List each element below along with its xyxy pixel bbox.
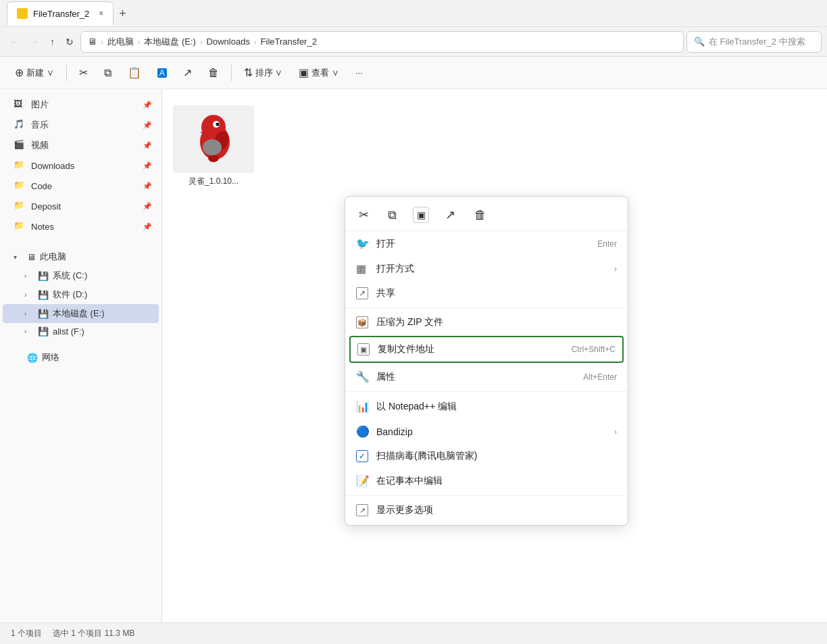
ctx-item-compress-zip[interactable]: 📦 压缩为 ZIP 文件: [345, 310, 628, 335]
ctx-notepadpp-label: 以 Notepad++ 编辑: [376, 401, 617, 413]
ctx-item-notepad[interactable]: 📝 在记事本中编辑: [345, 468, 628, 493]
search-icon: 🔍: [694, 36, 705, 47]
ctx-copy-path-label: 复制文件地址: [378, 343, 563, 355]
notes-icon: 📁: [14, 220, 26, 232]
ctx-item-more-options[interactable]: ↗ 显示更多选项: [345, 498, 628, 522]
local-e-label: 本地磁盘 (E:): [53, 307, 105, 320]
copy-icon: ⧉: [104, 67, 111, 79]
ctx-more-options-icon: ↗: [356, 504, 368, 516]
tab-close-button[interactable]: ×: [99, 9, 103, 18]
svg-point-4: [216, 123, 220, 126]
ctx-item-share[interactable]: ↗ 共享: [345, 281, 628, 305]
ctx-item-bandizip[interactable]: 🔵 Bandizip ›: [345, 419, 628, 444]
forward-button[interactable]: →: [26, 34, 43, 50]
ctx-more-options-label: 显示更多选项: [376, 504, 617, 516]
breadcrumb-4[interactable]: FileTransfer_2: [261, 36, 317, 47]
ctx-share-icon: ↗: [356, 287, 368, 299]
sidebar-item-label: Deposit: [31, 201, 61, 212]
this-pc-label: 此电脑: [40, 251, 66, 263]
ctx-properties-shortcut: Alt+Enter: [583, 372, 617, 382]
rename-icon: A: [157, 68, 167, 78]
sidebar-item-notes[interactable]: 📁 Notes 📌: [3, 216, 159, 237]
sort-icon: ⇅: [244, 66, 253, 79]
software-d-label: 软件 (D:): [53, 289, 87, 301]
sidebar-tree-software-d[interactable]: › 💾 软件 (D:): [3, 285, 159, 304]
breadcrumb-3[interactable]: Downloads: [207, 36, 250, 47]
address-box[interactable]: 🖥 › 此电脑 › 本地磁盘 (E:) › Downloads › FileTr…: [80, 31, 684, 53]
ctx-cut-button[interactable]: ✂: [356, 205, 372, 225]
local-e-icon: 💾: [38, 309, 49, 319]
ctx-delete-button[interactable]: 🗑: [472, 205, 489, 225]
sidebar-tree-alist-f[interactable]: › 💾 alist (F:): [3, 323, 159, 340]
sidebar-item-label: Code: [31, 181, 52, 191]
sidebar-item-label: 音乐: [31, 119, 49, 131]
ctx-share-label: 共享: [376, 287, 617, 299]
sidebar-tree-local-e[interactable]: › 💾 本地磁盘 (E:): [3, 304, 159, 323]
tab-folder-icon: [17, 8, 28, 19]
active-tab[interactable]: FileTransfer_2 ×: [7, 1, 114, 26]
ctx-item-properties[interactable]: 🔧 属性 Alt+Enter: [345, 364, 628, 389]
new-button[interactable]: ⊕ 新建 ∨: [8, 63, 61, 82]
ctx-scan-label: 扫描病毒(腾讯电脑管家): [376, 450, 617, 462]
ctx-notepad-label: 在记事本中编辑: [376, 475, 617, 487]
view-label: 查看 ∨: [311, 67, 339, 79]
file-name: 灵雀_1.0.10...: [189, 176, 239, 187]
sidebar-item-label: 视频: [31, 139, 49, 151]
downloads-icon: 📁: [14, 159, 26, 172]
ctx-item-scan-virus[interactable]: ✓ 扫描病毒(腾讯电脑管家): [345, 444, 628, 468]
ctx-open-with-arrow: ›: [614, 264, 617, 274]
sidebar-item-pictures[interactable]: 🖼 图片 📌: [3, 95, 159, 115]
system-c-icon: 💾: [38, 271, 49, 281]
sidebar-item-deposit[interactable]: 📁 Deposit 📌: [3, 196, 159, 216]
sidebar-item-code[interactable]: 📁 Code 📌: [3, 176, 159, 196]
context-menu: ✂ ⧉ ▣ ↗ 🗑 🐦 打开 Enter ▦ 打开方式 › ↗ 共享 📦 压缩为…: [345, 196, 628, 526]
back-button[interactable]: ←: [5, 34, 23, 50]
more-button[interactable]: ···: [349, 64, 370, 81]
paste-icon: 📋: [128, 66, 141, 79]
ctx-open-shortcut: Enter: [597, 239, 617, 249]
title-bar: FileTransfer_2 × +: [0, 0, 827, 27]
ctx-item-copy-path[interactable]: ▣ 复制文件地址 Ctrl+Shift+C: [349, 336, 624, 363]
view-button[interactable]: ▣ 查看 ∨: [292, 63, 346, 82]
ctx-item-notepadpp[interactable]: 📊 以 Notepad++ 编辑: [345, 394, 628, 419]
sidebar-tree-network[interactable]: 🌐 网络: [3, 348, 159, 367]
sidebar-item-music[interactable]: 🎵 音乐 📌: [3, 115, 159, 135]
sidebar-tree-system-c[interactable]: › 💾 系统 (C:): [3, 266, 159, 285]
paste-button[interactable]: 📋: [121, 63, 148, 82]
sidebar-tree-this-pc[interactable]: ▾ 🖥 此电脑: [3, 247, 159, 266]
delete-button[interactable]: 🗑: [201, 64, 226, 82]
copy-button[interactable]: ⧉: [97, 64, 118, 82]
toolbar-divider-2: [231, 65, 232, 81]
ctx-item-open-with[interactable]: ▦ 打开方式 ›: [345, 256, 628, 281]
search-placeholder: 在 FileTransfer_2 中搜索: [709, 36, 805, 48]
search-box[interactable]: 🔍 在 FileTransfer_2 中搜索: [686, 31, 822, 53]
ctx-open-with-label: 打开方式: [376, 263, 606, 275]
ctx-notepadpp-icon: 📊: [356, 400, 368, 413]
sidebar-item-videos[interactable]: 🎬 视频 📌: [3, 135, 159, 155]
file-item-lingque[interactable]: 灵雀_1.0.10...: [173, 100, 254, 193]
cut-button[interactable]: ✂: [72, 63, 95, 82]
ctx-item-open[interactable]: 🐦 打开 Enter: [345, 231, 628, 256]
alist-f-icon: 💾: [38, 326, 49, 337]
sort-button[interactable]: ⇅ 排序 ∨: [237, 63, 290, 82]
sidebar-item-label: Notes: [31, 222, 54, 232]
refresh-button[interactable]: ↻: [61, 34, 78, 50]
toolbar-divider-1: [66, 65, 67, 81]
sidebar-item-downloads[interactable]: 📁 Downloads 📌: [3, 155, 159, 176]
software-d-icon: 💾: [38, 290, 49, 300]
deposit-icon: 📁: [14, 200, 26, 212]
share-button[interactable]: ↗: [176, 63, 199, 82]
new-tab-button[interactable]: +: [119, 7, 126, 20]
breadcrumb-2[interactable]: 本地磁盘 (E:): [144, 36, 196, 48]
rename-button[interactable]: A: [151, 65, 174, 81]
pin-icon: 📌: [143, 162, 152, 170]
ctx-copy-button[interactable]: ⧉: [385, 205, 399, 225]
expand-icon: ▾: [14, 253, 23, 261]
breadcrumb-1[interactable]: 此电脑: [107, 36, 134, 48]
ctx-paste-button[interactable]: ▣: [413, 207, 429, 223]
ctx-share-button[interactable]: ↗: [443, 205, 458, 225]
ctx-bandizip-label: Bandizip: [376, 426, 606, 437]
pictures-icon: 🖼: [14, 99, 26, 111]
up-button[interactable]: ↑: [46, 34, 59, 50]
ctx-bandizip-arrow: ›: [614, 427, 617, 437]
